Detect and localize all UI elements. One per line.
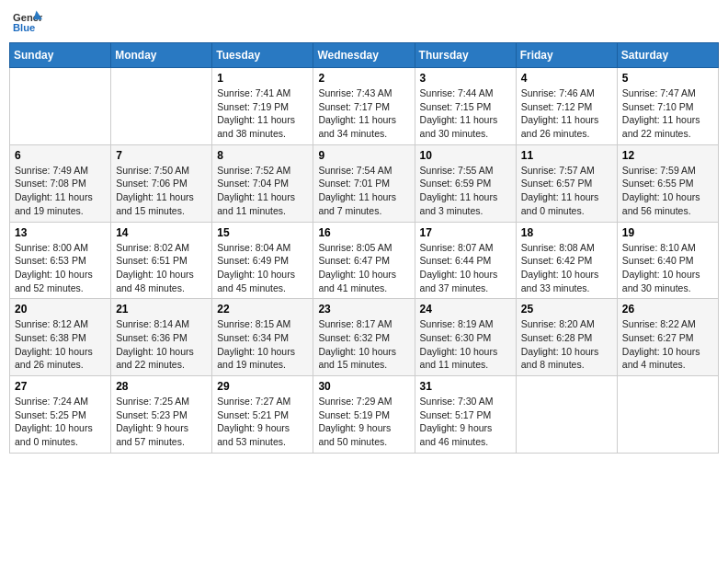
day-content: Sunrise: 8:05 AM Sunset: 6:47 PM Dayligh… xyxy=(318,241,409,295)
day-number: 25 xyxy=(521,303,612,316)
day-number: 6 xyxy=(15,149,106,162)
logo: General Blue xyxy=(13,9,46,35)
day-number: 19 xyxy=(622,226,713,239)
day-number: 15 xyxy=(217,226,308,239)
day-content: Sunrise: 7:52 AM Sunset: 7:04 PM Dayligh… xyxy=(217,164,308,218)
day-content: Sunrise: 7:41 AM Sunset: 7:19 PM Dayligh… xyxy=(217,86,308,141)
day-content: Sunrise: 7:27 AM Sunset: 5:21 PM Dayligh… xyxy=(217,395,308,449)
day-content: Sunrise: 7:29 AM Sunset: 5:19 PM Dayligh… xyxy=(318,395,409,449)
day-content: Sunrise: 8:10 AM Sunset: 6:40 PM Dayligh… xyxy=(622,241,713,295)
day-header-friday: Friday xyxy=(516,43,617,68)
day-content: Sunrise: 7:46 AM Sunset: 7:12 PM Dayligh… xyxy=(521,86,612,141)
calendar-cell: 20Sunrise: 8:12 AM Sunset: 6:38 PM Dayli… xyxy=(10,299,111,376)
day-number: 1 xyxy=(217,72,308,85)
calendar-cell xyxy=(617,376,718,454)
calendar-cell xyxy=(10,68,111,145)
day-number: 31 xyxy=(420,380,511,393)
calendar-cell: 13Sunrise: 8:00 AM Sunset: 6:53 PM Dayli… xyxy=(10,222,111,299)
page-header: General Blue xyxy=(9,9,719,35)
calendar-cell: 15Sunrise: 8:04 AM Sunset: 6:49 PM Dayli… xyxy=(212,222,313,299)
day-number: 16 xyxy=(318,226,409,239)
day-number: 11 xyxy=(521,149,612,162)
calendar-cell: 11Sunrise: 7:57 AM Sunset: 6:57 PM Dayli… xyxy=(516,144,617,222)
day-header-sunday: Sunday xyxy=(10,43,111,68)
calendar-cell: 4Sunrise: 7:46 AM Sunset: 7:12 PM Daylig… xyxy=(516,68,617,145)
day-content: Sunrise: 8:02 AM Sunset: 6:51 PM Dayligh… xyxy=(116,241,207,295)
calendar-cell: 28Sunrise: 7:25 AM Sunset: 5:23 PM Dayli… xyxy=(111,376,212,454)
day-number: 28 xyxy=(116,380,207,393)
svg-text:Blue: Blue xyxy=(13,22,35,33)
day-number: 9 xyxy=(318,149,409,162)
day-content: Sunrise: 8:15 AM Sunset: 6:34 PM Dayligh… xyxy=(217,317,308,372)
day-content: Sunrise: 8:07 AM Sunset: 6:44 PM Dayligh… xyxy=(420,241,511,295)
day-content: Sunrise: 7:24 AM Sunset: 5:25 PM Dayligh… xyxy=(15,395,106,449)
calendar-cell: 18Sunrise: 8:08 AM Sunset: 6:42 PM Dayli… xyxy=(516,222,617,299)
calendar-cell: 19Sunrise: 8:10 AM Sunset: 6:40 PM Dayli… xyxy=(617,222,718,299)
calendar-week-4: 20Sunrise: 8:12 AM Sunset: 6:38 PM Dayli… xyxy=(10,299,719,376)
calendar-cell: 26Sunrise: 8:22 AM Sunset: 6:27 PM Dayli… xyxy=(617,299,718,376)
calendar-cell: 14Sunrise: 8:02 AM Sunset: 6:51 PM Dayli… xyxy=(111,222,212,299)
calendar-week-3: 13Sunrise: 8:00 AM Sunset: 6:53 PM Dayli… xyxy=(10,222,719,299)
calendar-cell: 24Sunrise: 8:19 AM Sunset: 6:30 PM Dayli… xyxy=(415,299,516,376)
calendar-cell: 1Sunrise: 7:41 AM Sunset: 7:19 PM Daylig… xyxy=(212,68,313,145)
calendar-week-5: 27Sunrise: 7:24 AM Sunset: 5:25 PM Dayli… xyxy=(10,376,719,454)
day-content: Sunrise: 8:14 AM Sunset: 6:36 PM Dayligh… xyxy=(116,317,207,372)
calendar-cell: 31Sunrise: 7:30 AM Sunset: 5:17 PM Dayli… xyxy=(415,376,516,454)
calendar-cell: 10Sunrise: 7:55 AM Sunset: 6:59 PM Dayli… xyxy=(415,144,516,222)
day-content: Sunrise: 7:59 AM Sunset: 6:55 PM Dayligh… xyxy=(622,164,713,218)
day-number: 18 xyxy=(521,226,612,239)
day-content: Sunrise: 7:25 AM Sunset: 5:23 PM Dayligh… xyxy=(116,395,207,449)
calendar-week-1: 1Sunrise: 7:41 AM Sunset: 7:19 PM Daylig… xyxy=(10,68,719,145)
day-content: Sunrise: 8:17 AM Sunset: 6:32 PM Dayligh… xyxy=(318,317,409,372)
calendar-cell: 5Sunrise: 7:47 AM Sunset: 7:10 PM Daylig… xyxy=(617,68,718,145)
calendar-cell xyxy=(516,376,617,454)
calendar-cell: 27Sunrise: 7:24 AM Sunset: 5:25 PM Dayli… xyxy=(10,376,111,454)
calendar-cell: 23Sunrise: 8:17 AM Sunset: 6:32 PM Dayli… xyxy=(313,299,415,376)
calendar-cell: 30Sunrise: 7:29 AM Sunset: 5:19 PM Dayli… xyxy=(313,376,415,454)
calendar-cell xyxy=(111,68,212,145)
day-number: 5 xyxy=(622,72,713,85)
day-header-wednesday: Wednesday xyxy=(313,43,415,68)
calendar-cell: 29Sunrise: 7:27 AM Sunset: 5:21 PM Dayli… xyxy=(212,376,313,454)
calendar-cell: 21Sunrise: 8:14 AM Sunset: 6:36 PM Dayli… xyxy=(111,299,212,376)
day-content: Sunrise: 8:00 AM Sunset: 6:53 PM Dayligh… xyxy=(15,241,106,295)
day-content: Sunrise: 7:55 AM Sunset: 6:59 PM Dayligh… xyxy=(420,164,511,218)
day-number: 3 xyxy=(420,72,511,85)
day-content: Sunrise: 7:50 AM Sunset: 7:06 PM Dayligh… xyxy=(116,164,207,218)
day-number: 26 xyxy=(622,303,713,316)
calendar-table: SundayMondayTuesdayWednesdayThursdayFrid… xyxy=(9,42,719,454)
day-content: Sunrise: 7:30 AM Sunset: 5:17 PM Dayligh… xyxy=(420,395,511,449)
day-content: Sunrise: 7:49 AM Sunset: 7:08 PM Dayligh… xyxy=(15,164,106,218)
calendar-cell: 2Sunrise: 7:43 AM Sunset: 7:17 PM Daylig… xyxy=(313,68,415,145)
day-content: Sunrise: 8:08 AM Sunset: 6:42 PM Dayligh… xyxy=(521,241,612,295)
day-number: 2 xyxy=(318,72,409,85)
calendar-cell: 9Sunrise: 7:54 AM Sunset: 7:01 PM Daylig… xyxy=(313,144,415,222)
day-number: 23 xyxy=(318,303,409,316)
day-header-tuesday: Tuesday xyxy=(212,43,313,68)
day-content: Sunrise: 8:12 AM Sunset: 6:38 PM Dayligh… xyxy=(15,317,106,372)
day-content: Sunrise: 7:44 AM Sunset: 7:15 PM Dayligh… xyxy=(420,86,511,141)
day-content: Sunrise: 8:19 AM Sunset: 6:30 PM Dayligh… xyxy=(420,317,511,372)
day-number: 10 xyxy=(420,149,511,162)
day-number: 24 xyxy=(420,303,511,316)
day-number: 14 xyxy=(116,226,207,239)
calendar-header: SundayMondayTuesdayWednesdayThursdayFrid… xyxy=(10,43,719,68)
day-number: 7 xyxy=(116,149,207,162)
day-content: Sunrise: 7:43 AM Sunset: 7:17 PM Dayligh… xyxy=(318,86,409,141)
day-number: 30 xyxy=(318,380,409,393)
calendar-cell: 16Sunrise: 8:05 AM Sunset: 6:47 PM Dayli… xyxy=(313,222,415,299)
day-header-thursday: Thursday xyxy=(415,43,516,68)
day-number: 8 xyxy=(217,149,308,162)
day-number: 21 xyxy=(116,303,207,316)
day-number: 12 xyxy=(622,149,713,162)
day-number: 20 xyxy=(15,303,106,316)
day-number: 4 xyxy=(521,72,612,85)
calendar-cell: 17Sunrise: 8:07 AM Sunset: 6:44 PM Dayli… xyxy=(415,222,516,299)
calendar-week-2: 6Sunrise: 7:49 AM Sunset: 7:08 PM Daylig… xyxy=(10,144,719,222)
calendar-cell: 22Sunrise: 8:15 AM Sunset: 6:34 PM Dayli… xyxy=(212,299,313,376)
day-number: 22 xyxy=(217,303,308,316)
day-content: Sunrise: 8:22 AM Sunset: 6:27 PM Dayligh… xyxy=(622,317,713,372)
calendar-cell: 6Sunrise: 7:49 AM Sunset: 7:08 PM Daylig… xyxy=(10,144,111,222)
day-number: 13 xyxy=(15,226,106,239)
day-content: Sunrise: 7:47 AM Sunset: 7:10 PM Dayligh… xyxy=(622,86,713,141)
